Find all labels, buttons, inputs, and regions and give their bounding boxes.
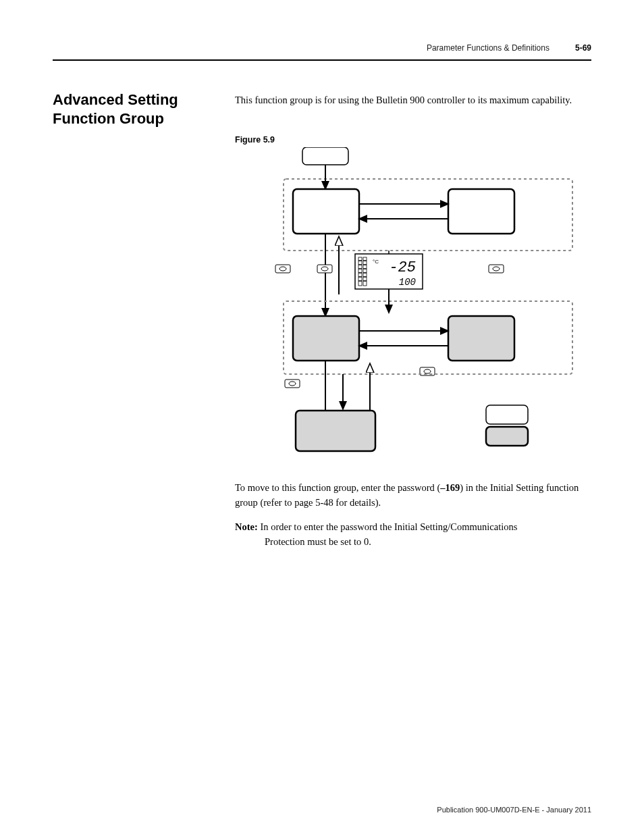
page-header: Parameter Functions & Definitions 5-69 <box>53 43 591 53</box>
svg-rect-45 <box>296 411 375 451</box>
note-label: Note: <box>235 521 258 532</box>
svg-rect-1 <box>302 147 348 165</box>
figure-label: Figure 5.9 <box>235 135 275 145</box>
svg-text:100: 100 <box>399 277 416 288</box>
key-icon <box>285 380 300 388</box>
svg-rect-17 <box>285 380 300 388</box>
svg-text:-25: -25 <box>389 259 416 276</box>
svg-rect-40 <box>448 316 514 361</box>
svg-rect-3 <box>293 189 359 234</box>
header-rule <box>53 59 591 61</box>
intro-paragraph: This function group is for using the Bul… <box>235 93 591 108</box>
svg-rect-11 <box>317 265 332 273</box>
figure-5-9: -25 100 °C <box>235 147 586 470</box>
chapter-title: Parameter Functions & Definitions <box>427 43 549 53</box>
key-icon <box>317 265 332 273</box>
note-line1: In order to enter the password the Initi… <box>258 521 518 532</box>
note-line2: Protection must be set to 0. <box>235 535 591 550</box>
key-icon <box>275 265 290 273</box>
svg-rect-4 <box>448 189 514 234</box>
section-heading: Advanced Setting Function Group <box>53 90 221 128</box>
note-block: Note: In order to enter the password the… <box>235 520 591 550</box>
move-to-group-paragraph: To move to this function group, enter th… <box>235 481 591 511</box>
svg-rect-49 <box>486 427 528 446</box>
svg-rect-48 <box>486 405 528 424</box>
svg-rect-9 <box>275 265 290 273</box>
key-icon <box>420 367 435 375</box>
body2-prefix: To move to this function group, enter th… <box>235 482 440 493</box>
svg-rect-13 <box>489 265 504 273</box>
key-icon <box>489 265 504 273</box>
page-number: 5-69 <box>575 43 591 53</box>
controller-display: -25 100 °C <box>355 251 423 289</box>
svg-rect-15 <box>420 367 435 375</box>
svg-rect-39 <box>293 316 359 361</box>
publication-footer: Publication 900-UM007D-EN-E - January 20… <box>437 806 591 814</box>
svg-text:°C: °C <box>373 259 379 265</box>
body2-bold: –169 <box>440 482 460 493</box>
